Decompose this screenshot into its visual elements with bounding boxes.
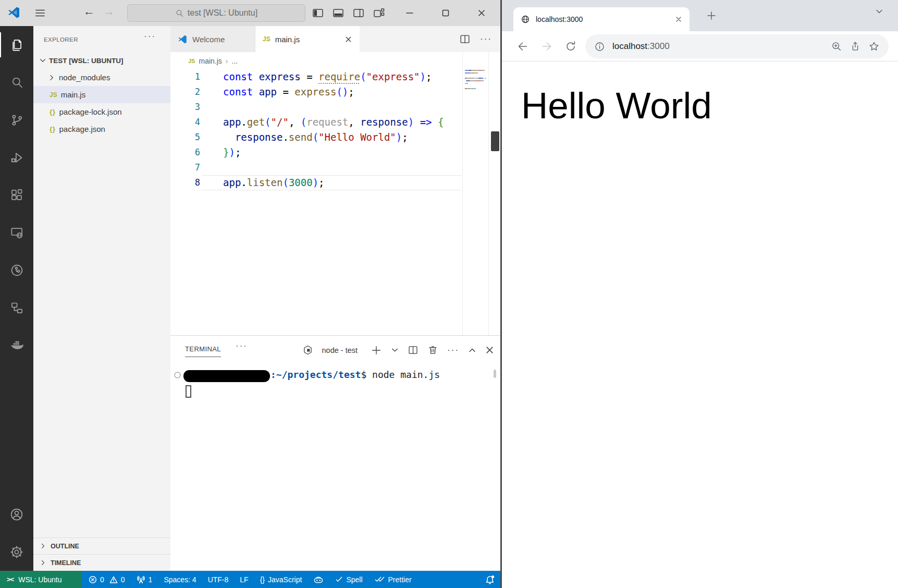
breadcrumb[interactable]: JS main.js › ... — [170, 52, 500, 69]
remote-indicator[interactable]: >< WSL: Ubuntu — [0, 571, 82, 588]
line-number[interactable]: 5 — [170, 130, 200, 145]
code-line[interactable]: 8app.listen(3000); — [170, 175, 462, 190]
status-bar: >< WSL: Ubuntu 0 0 1 Spaces: 4 UTF-8 LF — [0, 571, 500, 588]
sidebar-item-search[interactable] — [0, 64, 33, 101]
customize-layout-icon[interactable] — [373, 7, 385, 19]
prettier-status[interactable]: Prettier — [374, 575, 412, 584]
file-item-main-js[interactable]: JS main.js — [33, 86, 170, 103]
encoding-indicator[interactable]: UTF-8 — [208, 575, 229, 584]
code-line[interactable]: 3 — [170, 100, 462, 115]
outline-section[interactable]: OUTLINE — [33, 537, 170, 554]
copilot-status[interactable] — [313, 575, 324, 584]
share-icon[interactable] — [850, 41, 861, 52]
error-icon — [89, 575, 97, 584]
toggle-secondary-sidebar-icon[interactable] — [352, 7, 365, 19]
close-tab-icon[interactable] — [345, 35, 352, 43]
language-indicator[interactable]: {} JavaScript — [260, 575, 302, 584]
menu-icon[interactable] — [34, 7, 46, 19]
sidebar-item-remote-explorer[interactable] — [0, 214, 33, 251]
new-tab-icon[interactable] — [705, 9, 718, 22]
accounts-button[interactable] — [0, 496, 33, 533]
code-line[interactable]: 2const app = express(); — [170, 84, 462, 100]
line-number[interactable]: 6 — [170, 145, 200, 160]
url-text[interactable]: localhost:3000 — [612, 41, 670, 52]
toggle-sidebar-icon[interactable] — [312, 7, 324, 19]
scrollbar-handle[interactable] — [491, 131, 499, 151]
ports-indicator[interactable]: 1 — [137, 575, 153, 584]
terminal-output[interactable]: :~/projects/test$ node main.js — [170, 364, 500, 571]
sidebar-item-extensions[interactable] — [0, 176, 33, 214]
tab-terminal[interactable]: TERMINAL — [185, 345, 221, 357]
close-panel-icon[interactable] — [485, 346, 494, 354]
minimap-mark — [483, 80, 484, 81]
command-decoration-icon[interactable] — [174, 372, 181, 378]
terminal-panel: TERMINAL ··· node - test ··· :~/proje — [170, 335, 500, 571]
toggle-panel-icon[interactable] — [332, 7, 345, 19]
more-actions-icon[interactable]: ··· — [480, 34, 492, 44]
spell-checker-status[interactable]: Spell — [335, 575, 362, 584]
split-editor-icon[interactable] — [459, 33, 471, 45]
line-number[interactable]: 4 — [170, 115, 200, 130]
minimize-icon[interactable] — [398, 0, 422, 26]
sidebar-item-docker[interactable] — [0, 326, 33, 364]
broadcast-ports-icon — [137, 575, 145, 584]
sidebar-item-explorer[interactable] — [0, 26, 33, 64]
back-arrow-icon[interactable] — [516, 40, 529, 53]
timeline-section[interactable]: TIMELINE — [33, 554, 170, 571]
explorer-root-folder[interactable]: TEST [WSL: UBUNTU] — [33, 52, 170, 69]
line-number[interactable]: 2 — [170, 84, 200, 100]
code-editor[interactable]: 1const express = require("express");2con… — [170, 69, 462, 335]
close-icon[interactable] — [470, 0, 494, 26]
code-line[interactable]: 7 — [170, 160, 462, 175]
command-center-search[interactable]: test [WSL: Ubuntu] — [127, 4, 305, 22]
terminal-session-label[interactable]: node - test — [322, 346, 358, 354]
info-icon[interactable] — [594, 41, 605, 52]
line-number[interactable]: 1 — [170, 69, 200, 84]
sidebar-item-hierarchy[interactable] — [0, 289, 33, 326]
terminal-dropdown-icon[interactable] — [391, 346, 399, 354]
problems-indicator[interactable]: 0 0 — [89, 575, 125, 584]
editor-scrollbar[interactable] — [488, 52, 500, 335]
chevron-down-icon[interactable] — [875, 7, 883, 16]
terminal-scrollbar[interactable] — [494, 370, 496, 378]
forward-arrow-icon[interactable] — [540, 40, 553, 53]
file-item-node-modules[interactable]: node_modules — [33, 69, 170, 86]
code-line[interactable]: 5 response.send("Hello World"); — [170, 130, 462, 145]
maximize-icon[interactable] — [434, 0, 458, 26]
code-line[interactable]: 6}); — [170, 145, 462, 160]
bookmark-star-icon[interactable] — [868, 41, 880, 52]
zoom-icon[interactable] — [831, 41, 842, 52]
close-tab-icon[interactable] — [675, 16, 682, 23]
eol-indicator[interactable]: LF — [240, 575, 248, 584]
indent-indicator[interactable]: Spaces: 4 — [164, 575, 196, 584]
split-terminal-icon[interactable] — [408, 345, 419, 356]
browser-viewport: Hello World — [502, 62, 898, 588]
more-actions-icon[interactable]: ··· — [236, 341, 248, 351]
sidebar-item-source-control[interactable] — [0, 101, 33, 139]
kill-terminal-icon[interactable] — [427, 345, 438, 356]
tab-main-js[interactable]: JS main.js — [255, 26, 360, 52]
browser-tab[interactable]: localhost:3000 — [513, 7, 690, 31]
reload-icon[interactable] — [564, 40, 577, 53]
more-actions-icon[interactable]: ··· — [144, 31, 156, 42]
line-number[interactable]: 7 — [170, 160, 200, 175]
file-item-package-json[interactable]: {} package.json — [33, 120, 170, 138]
line-number[interactable]: 8 — [170, 175, 200, 190]
sidebar-item-gitlens[interactable] — [0, 251, 33, 289]
forward-arrow-icon[interactable]: → — [103, 5, 115, 18]
terminal-controls: node - test ··· — [302, 336, 495, 364]
file-item-package-lock[interactable]: {} package-lock.json — [33, 103, 170, 120]
minimap[interactable] — [462, 52, 488, 335]
notifications-button[interactable] — [485, 571, 495, 588]
code-line[interactable]: 4app.get("/", (request, response) => { — [170, 115, 462, 130]
tab-welcome[interactable]: Welcome — [170, 26, 255, 52]
code-line[interactable]: 1const express = require("express"); — [170, 69, 462, 84]
line-number[interactable]: 3 — [170, 100, 200, 115]
address-bar[interactable]: localhost:3000 — [585, 34, 889, 58]
back-arrow-icon[interactable]: ← — [83, 5, 95, 18]
new-terminal-icon[interactable] — [371, 345, 382, 356]
sidebar-item-run-debug[interactable] — [0, 139, 33, 176]
more-actions-icon[interactable]: ··· — [447, 345, 459, 356]
maximize-panel-icon[interactable] — [468, 346, 476, 354]
settings-button[interactable] — [0, 533, 33, 571]
